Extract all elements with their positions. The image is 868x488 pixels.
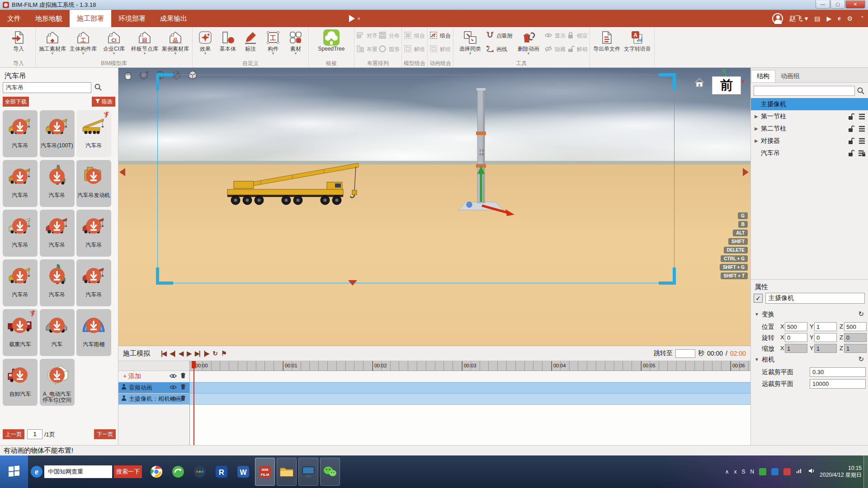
taskbar-app-folder[interactable] (277, 458, 297, 486)
download-icon[interactable] (49, 218, 65, 236)
library-item[interactable]: 汽车吊(100T) (40, 110, 75, 157)
tray-red-icon[interactable] (783, 468, 791, 475)
library-item[interactable]: 汽车吊发动机 (76, 160, 111, 207)
ribbon-button-house-case[interactable]: 品 案例素材库 ▼ (160, 28, 190, 56)
ribbon-button-select-same[interactable]: 选择同类 ▼ (455, 28, 485, 56)
trash-icon[interactable] (180, 395, 186, 403)
ribbon-button-magnet[interactable]: 点吸附 (486, 31, 513, 41)
library-item[interactable]: 汽车雨棚 (76, 309, 111, 356)
download-icon[interactable] (12, 168, 28, 186)
library-item[interactable]: 汽车吊 (40, 160, 75, 207)
collapse-icon[interactable]: ▼ (755, 312, 759, 317)
filter-button[interactable]: 筛选 (92, 97, 115, 107)
transform-input[interactable]: 1 (814, 322, 837, 331)
trash-icon[interactable] (180, 372, 186, 380)
ribbon-button-component[interactable]: 工 构件 ▼ (262, 28, 284, 56)
taskbar-app-wps[interactable]: W (233, 458, 253, 486)
near-clip-input[interactable]: 0.30 (810, 367, 866, 377)
eye-icon[interactable] (170, 384, 177, 392)
ribbon-button-tree[interactable]: SpeedTree (311, 28, 352, 52)
home-view-icon[interactable] (693, 77, 705, 90)
menu-item-施工部署[interactable]: 施工部署 (70, 10, 111, 27)
ribbon-button-sparkle[interactable]: 效果 ▼ (194, 28, 216, 56)
menu-item-环境部署[interactable]: 环境部署 (111, 10, 153, 27)
playback-flag-button[interactable]: ⚑ (221, 350, 226, 357)
library-item[interactable]: 汽车吊 (76, 110, 111, 157)
taskbar-app-browser-dots[interactable] (190, 458, 210, 486)
ribbon-button-house-ci[interactable]: CI 企业CI库 ▼ (99, 28, 129, 56)
play-preview-button[interactable]: ˅ (349, 10, 360, 27)
reset-icon[interactable]: ↻ (858, 355, 864, 363)
expand-arrow-icon[interactable]: ▶ (755, 114, 759, 119)
enabled-checkbox[interactable]: ✓ (754, 294, 763, 303)
transform-input[interactable]: 1 (844, 344, 867, 353)
taskbar-app-r-app[interactable]: R (212, 458, 231, 486)
camera-section-header[interactable]: ▼ 相机 ↻ (751, 355, 868, 365)
download-icon[interactable] (49, 367, 65, 385)
time-ruler[interactable]: 00:0000:0100:0200:0300:0400:0500:06 (190, 361, 750, 371)
track-row-主摄像机：相机动画[interactable]: 主摄像机：相机动画 (118, 394, 189, 405)
ribbon-button-pencil[interactable]: 标注 (240, 28, 261, 52)
library-item[interactable]: 汽车吊 (3, 259, 38, 306)
taskbar-app-wechat[interactable] (320, 458, 340, 486)
add-track-row[interactable]: + 添加 (118, 371, 189, 382)
letter-x-icon[interactable]: x (734, 469, 737, 475)
playhead[interactable] (193, 361, 194, 446)
transform-input[interactable]: 500 (844, 322, 867, 331)
tab-动画组[interactable]: 动画组 (775, 70, 805, 82)
library-item[interactable]: 自卸汽车 (3, 359, 38, 406)
download-icon[interactable] (85, 218, 102, 236)
chevron-up-icon[interactable]: ∧ (725, 469, 729, 475)
taskbar-clock[interactable]: 10:15 2020/4/12 星期日 (820, 465, 863, 479)
eye-icon[interactable] (170, 372, 177, 380)
layer-list-icon[interactable] (858, 137, 866, 146)
playback-prev-frame-button[interactable]: ◀| (170, 350, 175, 357)
orbit-icon[interactable] (138, 70, 149, 80)
far-clip-input[interactable]: 10000 (810, 379, 866, 389)
playback-step-forward-button[interactable]: ▶| (195, 350, 200, 357)
ribbon-button-export-file[interactable]: 导出单文件 (592, 28, 622, 52)
menu-item-地形地貌[interactable]: 地形地貌 (28, 10, 70, 27)
ie-icon[interactable]: e (31, 466, 42, 478)
transform-input[interactable]: 0 (814, 333, 837, 342)
layer-list-locked-icon[interactable] (858, 149, 866, 159)
expand-arrow-icon[interactable]: ▶ (755, 126, 759, 131)
network-icon[interactable] (796, 468, 803, 476)
orientation-gizmo[interactable]: y 前 x (711, 68, 747, 96)
show-desktop-button[interactable] (863, 455, 868, 488)
tab-结构[interactable]: 结构 (751, 70, 775, 82)
transform-input[interactable]: 0 (844, 333, 867, 342)
object-name-field[interactable]: 主摄像机 (765, 293, 865, 304)
browser-icon[interactable]: e (838, 15, 840, 22)
user-name[interactable]: 赵飞 ▾ (789, 14, 808, 23)
letter-s-icon[interactable]: S (742, 469, 745, 475)
settings-gear-icon[interactable]: ⚙ (847, 15, 853, 22)
hand-tool-icon[interactable] (122, 70, 133, 80)
playhead-handle[interactable] (192, 361, 196, 368)
lane-empty[interactable] (190, 371, 750, 382)
taskbar-app-monitor[interactable] (298, 458, 318, 486)
playback-skip-start-button[interactable]: |◀ (161, 350, 166, 357)
download-icon[interactable] (12, 267, 28, 286)
menu-item-文件[interactable]: 文件 (0, 10, 28, 27)
layer-list-icon[interactable] (858, 125, 866, 134)
playback-loop-button[interactable]: ↻ (212, 350, 217, 357)
menu-item-成果输出[interactable]: 成果输出 (153, 10, 194, 27)
library-search-input[interactable]: 汽车吊 (3, 82, 91, 93)
ribbon-button-tts[interactable]: A 文字转语音 (623, 28, 652, 52)
maximize-button[interactable]: ▢ (830, 0, 845, 9)
library-item[interactable]: 汽车吊 (76, 259, 111, 306)
ribbon-button-import[interactable]: 导入 (4, 28, 33, 52)
taskbar-app-360[interactable] (168, 458, 188, 486)
tree-node-主摄像机[interactable]: 主摄像机 (751, 98, 868, 110)
download-all-button[interactable]: 全部下载 (3, 97, 29, 107)
library-item[interactable]: 汽车吊 (40, 210, 75, 257)
track-row-音频动画[interactable]: 音频动画 (118, 382, 189, 394)
download-icon[interactable] (12, 317, 28, 335)
search-icon[interactable] (94, 83, 102, 93)
volume-icon[interactable] (808, 468, 815, 476)
collapse-icon[interactable]: ▼ (755, 357, 759, 362)
taskbar-search-input[interactable]: 中国知网查重 (44, 465, 112, 478)
taskbar-app-chrome[interactable] (146, 458, 166, 486)
transform-input[interactable]: 1 (814, 344, 837, 353)
